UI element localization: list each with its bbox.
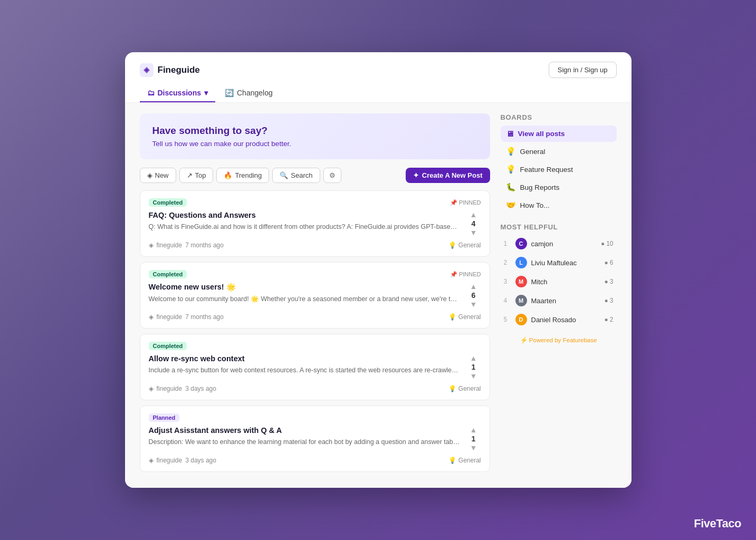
app-name: Fineguide <box>158 65 200 75</box>
downvote-button[interactable]: ▼ <box>470 301 477 308</box>
helpful-user-item[interactable]: 5 D Daniel Rosado ●2 <box>501 311 617 328</box>
vote-count: 1 <box>472 363 476 371</box>
post-author: fineguide <box>157 313 183 321</box>
user-name: Maarten <box>531 297 600 305</box>
post-author: fineguide <box>157 457 183 464</box>
post-author: fineguide <box>157 385 183 392</box>
post-time: 7 months ago <box>185 313 224 321</box>
post-meta: ◈ fineguide 7 months ago <box>149 313 224 321</box>
filter-new-button[interactable]: ◈ New <box>140 168 176 183</box>
user-score: ●10 <box>601 240 614 247</box>
hero-subtext: Tell us how we can make our product bett… <box>152 140 477 148</box>
nav-changelog[interactable]: 🔄 Changelog <box>217 84 280 102</box>
filter-top-button[interactable]: ↗ Top <box>179 168 214 183</box>
avatar: L <box>515 257 527 268</box>
post-excerpt: Welcome to our community board! 🌟 Whethe… <box>149 294 460 304</box>
post-card[interactable]: Completed 📌 PINNED Welcome new users! 🌟 … <box>140 262 490 329</box>
search-button[interactable]: 🔍 Search <box>272 168 320 183</box>
logo-icon <box>140 63 154 77</box>
helpful-user-item[interactable]: 3 M Mitch ●3 <box>501 273 617 290</box>
board-item[interactable]: 💡 Feature Request <box>501 161 617 178</box>
upvote-button[interactable]: ▲ <box>470 211 477 218</box>
helpful-list: 1 C camjon ●10 2 L Liviu Maftuleac ●6 3 … <box>501 235 617 328</box>
boards-title: Boards <box>501 113 617 121</box>
user-name: Daniel Rosado <box>531 316 600 324</box>
helpful-user-item[interactable]: 2 L Liviu Maftuleac ●6 <box>501 254 617 271</box>
post-title: Welcome new users! 🌟 <box>149 283 460 292</box>
score-icon: ● <box>605 316 608 323</box>
post-time: 3 days ago <box>185 385 216 392</box>
tag-label: General <box>458 313 481 321</box>
board-item[interactable]: 🖥 View all posts <box>501 126 617 142</box>
upvote-button[interactable]: ▲ <box>470 283 477 290</box>
post-title: Allow re-sync web context <box>149 354 460 363</box>
post-excerpt: Description: We want to enhance the lear… <box>149 437 460 447</box>
tag-icon: 💡 <box>448 242 456 249</box>
board-icon: 💡 <box>506 147 516 156</box>
post-tag: 💡 General <box>448 242 481 249</box>
upvote-button[interactable]: ▲ <box>470 426 477 433</box>
post-card[interactable]: Planned Adjust Asisstant answers with Q … <box>140 406 490 472</box>
score-icon: ● <box>605 297 608 304</box>
downvote-button[interactable]: ▼ <box>470 372 477 380</box>
vote-box[interactable]: ▲ 1 ▼ <box>466 354 481 380</box>
tag-label: General <box>458 385 481 392</box>
board-label: View all posts <box>518 130 565 138</box>
create-post-button[interactable]: ✦ Create A New Post <box>406 168 490 183</box>
score-icon: ● <box>601 240 605 247</box>
helpful-user-item[interactable]: 4 M Maarten ●3 <box>501 292 617 309</box>
upvote-button[interactable]: ▲ <box>470 354 477 362</box>
user-rank: 1 <box>504 240 511 247</box>
tag-label: General <box>458 457 481 464</box>
tag-icon: 💡 <box>448 457 456 464</box>
post-card[interactable]: Completed Allow re-sync web context Incl… <box>140 334 490 400</box>
author-icon: ◈ <box>149 457 154 464</box>
filter-options-button[interactable]: ⚙ <box>323 168 341 183</box>
new-icon: ◈ <box>147 171 152 179</box>
avatar: C <box>515 238 527 249</box>
discussions-icon: 🗂 <box>147 89 155 97</box>
filter-icon: ⚙ <box>329 171 336 179</box>
downvote-button[interactable]: ▼ <box>470 444 477 451</box>
author-icon: ◈ <box>149 242 154 249</box>
sign-in-button[interactable]: Sign in / Sign up <box>549 62 617 78</box>
vote-box[interactable]: ▲ 6 ▼ <box>466 283 481 308</box>
author-icon: ◈ <box>149 313 154 321</box>
post-title: FAQ: Questions and Answers <box>149 211 460 219</box>
avatar: M <box>515 295 527 306</box>
board-item[interactable]: 🐛 Bug Reports <box>501 179 617 196</box>
post-time: 7 months ago <box>185 242 224 249</box>
boards-list: 🖥 View all posts 💡 General 💡 Feature Req… <box>501 126 617 214</box>
post-title: Adjust Asisstant answers with Q & A <box>149 426 460 435</box>
post-meta: ◈ fineguide 7 months ago <box>149 242 224 249</box>
vote-box[interactable]: ▲ 1 ▼ <box>466 426 481 451</box>
status-badge: Planned <box>149 413 180 422</box>
hero-heading: Have something to say? <box>152 125 477 137</box>
user-score: ●3 <box>605 297 614 304</box>
user-rank: 5 <box>504 316 511 323</box>
vote-box[interactable]: ▲ 4 ▼ <box>466 211 481 236</box>
search-icon: 🔍 <box>280 171 288 179</box>
board-label: How To... <box>520 201 550 209</box>
score-icon: ● <box>605 278 608 285</box>
post-excerpt: Include a re-sync button for web context… <box>149 365 460 375</box>
avatar: D <box>515 314 527 325</box>
board-icon: 💡 <box>506 165 516 174</box>
hero-banner: Have something to say? Tell us how we ca… <box>140 113 490 159</box>
watermark: FiveTaco <box>694 517 741 531</box>
tag-icon: 💡 <box>448 385 456 392</box>
helpful-user-item[interactable]: 1 C camjon ●10 <box>501 235 617 252</box>
downvote-button[interactable]: ▼ <box>470 229 477 236</box>
trending-icon: 🔥 <box>224 171 232 179</box>
filter-bar: ◈ New ↗ Top 🔥 Trending 🔍 Search ⚙ <box>140 168 490 183</box>
board-item[interactable]: 💡 General <box>501 143 617 160</box>
sidebar: Boards 🖥 View all posts 💡 General 💡 Feat… <box>501 113 617 477</box>
author-icon: ◈ <box>149 385 154 392</box>
post-card[interactable]: Completed 📌 PINNED FAQ: Questions and An… <box>140 190 490 257</box>
board-label: Feature Request <box>520 166 573 173</box>
filter-trending-button[interactable]: 🔥 Trending <box>216 168 269 183</box>
post-author: fineguide <box>157 242 183 249</box>
avatar: M <box>515 276 527 287</box>
nav-discussions[interactable]: 🗂 Discussions ▾ <box>140 84 215 102</box>
board-item[interactable]: 🤝 How To... <box>501 197 617 214</box>
